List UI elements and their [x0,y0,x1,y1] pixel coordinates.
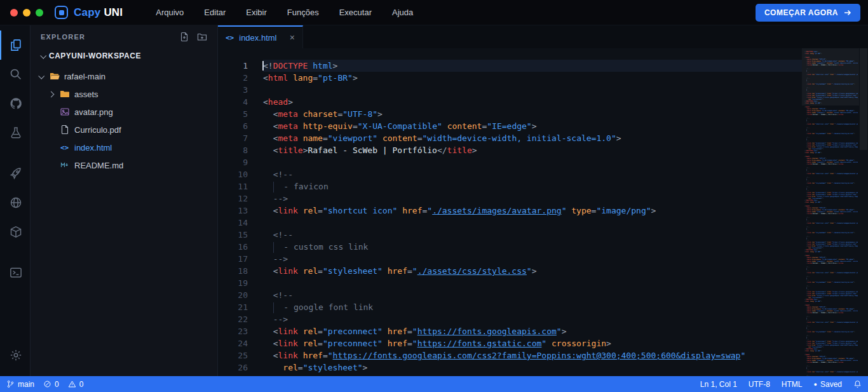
code-line-2[interactable]: <html lang="pt-BR"> [263,72,802,84]
code-line-17[interactable]: --> [263,253,802,265]
app-window: CapyUNI ArquivoEditarExibirFunçõesExecut… [0,0,868,392]
tree-item-index-html[interactable]: <>index.html [31,139,217,156]
code-line-4[interactable]: <head> [263,96,802,108]
line-number: 8 [218,144,248,156]
menu-item-arquivo[interactable]: Arquivo [156,8,184,17]
code-line-13[interactable]: <link rel="shortcut icon" href="./assets… [263,205,802,217]
tab-bar: <> index.html × [218,25,868,48]
line-number: 24 [218,337,248,349]
encoding-indicator[interactable]: UTF-8 [749,380,770,389]
folder-open-icon [49,71,60,81]
menu-item-funes[interactable]: Funções [287,8,319,17]
activity-explorer-button[interactable] [0,30,30,60]
code-line-16[interactable]: - custom css link [263,241,802,253]
code-line-26[interactable]: rel="stylesheet"> [263,362,802,374]
code-line-20[interactable]: <!-- [263,289,802,301]
menu-item-ajuda[interactable]: Ajuda [392,8,413,17]
vertical-scrollbar[interactable] [859,48,868,376]
line-number: 25 [218,349,248,362]
github-icon [10,97,22,110]
code-line-11[interactable]: - favicon [263,180,802,193]
menu-item-exibir[interactable]: Exibir [246,8,267,17]
tab-index-html[interactable]: <> index.html × [218,25,303,48]
code-line-15[interactable]: <!-- [263,229,802,241]
code-line-24[interactable]: <link rel="preconnect" href="https://fon… [263,337,802,349]
tree-item-assets[interactable]: assets [31,85,217,103]
activity-package-button[interactable] [0,217,30,247]
cursor-position[interactable]: Ln 1, Col 1 [700,380,737,389]
code-line-21[interactable]: - google font link [263,301,802,313]
tree-item-label: index.html [74,143,112,152]
code-line-1[interactable]: <!DOCTYPE html> [263,60,802,72]
menu-item-editar[interactable]: Editar [204,8,226,17]
activity-rocket-button[interactable] [0,159,30,188]
editor-body: 1234567891011121314151617181920212223242… [218,48,868,376]
code-line-8[interactable]: <title>Rafael - ScWeb | Portfólio</title… [263,144,802,156]
rocket-icon [10,167,22,180]
errors-count: 0 [55,380,59,389]
markdown-icon [59,160,70,170]
code-line-25[interactable]: <link href="https://fonts.googleapis.com… [263,349,802,362]
code-line-5[interactable]: <meta charset="UTF-8"> [263,108,802,120]
activity-globe-button[interactable] [0,188,30,217]
code-line-7[interactable]: <meta name="viewport" content="width=dev… [263,132,802,144]
workspace-root[interactable]: CAPYUNI-WORKSPACE [31,48,217,64]
activity-search-button[interactable] [0,60,30,89]
tree-item-readme-md[interactable]: README.md [31,156,217,174]
close-window-icon[interactable] [10,9,18,17]
line-number: 13 [218,205,248,217]
activity-flask-button[interactable] [0,118,30,147]
minimize-window-icon[interactable] [23,9,31,17]
code-line-18[interactable]: <link rel="stylesheet" href="./assets/cs… [263,265,802,277]
html-icon: <> [59,144,70,152]
errors-item[interactable]: 0 [43,380,59,389]
language-mode[interactable]: HTML [782,380,803,389]
code-line-23[interactable]: <link rel="preconnect" href="https://fon… [263,325,802,337]
code-line-12[interactable]: --> [263,193,802,205]
chevron-right-icon [48,91,54,97]
settings-button[interactable] [0,341,30,370]
save-status[interactable]: ● Saved [814,380,842,389]
code-line-22[interactable]: --> [263,313,802,325]
saved-dot-icon: ● [814,381,817,388]
new-file-icon[interactable] [179,32,189,42]
tab-close-icon[interactable]: × [290,33,295,42]
warnings-item[interactable]: 0 [68,380,84,389]
line-number: 20 [218,289,248,301]
code-line-6[interactable]: <meta http-equiv="X-UA-Compatible" conte… [263,120,802,132]
maximize-window-icon[interactable] [36,9,43,17]
gutter: 1234567891011121314151617181920212223242… [218,48,248,376]
tree-item-label: README.md [74,161,123,170]
start-now-label: COMEÇAR AGORA [764,8,838,17]
activity-github-button[interactable] [0,89,30,118]
notifications-item[interactable] [853,380,862,388]
line-number: 12 [218,193,248,205]
tree-item-label: avatar.png [74,107,113,117]
menu-item-executar[interactable]: Executar [339,8,372,17]
warnings-count: 0 [79,380,84,389]
new-folder-icon[interactable] [197,32,207,42]
workspace-label: CAPYUNI-WORKSPACE [49,51,141,60]
line-number: 17 [218,253,248,265]
code-line-3[interactable] [263,84,802,96]
code-line-19[interactable] [263,277,802,289]
minimap[interactable]: <!DOCTYPE html><html lang="pt-BR"><head>… [802,48,859,376]
tree-item-rafael-main[interactable]: rafael-main [31,67,217,85]
scrollbar-thumb[interactable] [860,48,867,150]
tree-item-label: rafael-main [64,72,105,81]
flask-icon [10,126,22,139]
code-line-10[interactable]: <!-- [263,168,802,180]
bell-icon [853,380,862,388]
activity-terminal-button[interactable] [0,258,30,287]
branch-item[interactable]: main [6,380,34,389]
branch-name: main [18,380,34,389]
app-title-secondary: UNI [104,6,123,18]
tree-item-avatar-png[interactable]: avatar.png [31,103,217,121]
code-line-14[interactable] [263,217,802,229]
warning-icon [68,380,76,388]
line-number: 6 [218,120,248,132]
tree-item-curriculo-pdf[interactable]: Curriculo.pdf [31,121,217,139]
start-now-button[interactable]: COMEÇAR AGORA [756,4,860,22]
code-line-9[interactable] [263,156,802,168]
code-area[interactable]: <!DOCTYPE html><html lang="pt-BR"><head>… [248,48,802,376]
